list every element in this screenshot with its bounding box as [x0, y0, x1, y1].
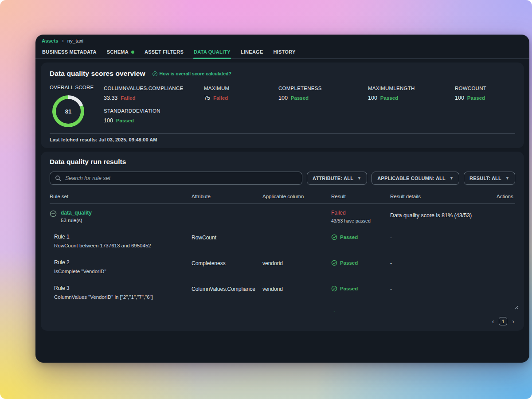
metric-name: ROWCOUNT: [455, 86, 515, 91]
overall-score-label: OVERALL SCORE: [50, 85, 92, 90]
overall-score-gauge: 81: [52, 95, 84, 127]
metric-status: Passed: [380, 95, 398, 101]
col-rule-set: Rule set: [50, 194, 192, 199]
metrics-grid: COLUMNVALUES.COMPLIANCE 33.33 Failed MAX…: [104, 85, 515, 127]
col-applicable-column: Applicable column: [262, 194, 331, 199]
metric-value: 33.33: [104, 95, 117, 101]
table-body: data_quality 53 rule(s) Failed 43/53 hav…: [50, 204, 515, 312]
desktop-gradient-background: Assets › ny_taxi BUSINESS METADATA SCHEM…: [0, 0, 532, 399]
filter-label: ATTRIBUTE: ALL: [313, 176, 353, 181]
rule-set-group-row: data_quality 53 rule(s) Failed 43/53 hav…: [50, 204, 515, 227]
metric-status: Failed: [121, 95, 135, 101]
chevron-down-icon: ▼: [357, 176, 361, 180]
next-page-button[interactable]: ›: [512, 318, 514, 325]
metric-status: Failed: [213, 95, 228, 101]
tab-label: ASSET FILTERS: [145, 49, 184, 55]
tab-item[interactable]: LINEAGE: [240, 48, 264, 59]
metric-value: 100: [368, 95, 377, 101]
tab-label: SCHEMA: [107, 49, 129, 55]
rule-result-details: -: [390, 234, 497, 241]
results-title: Data quality run results: [50, 158, 515, 166]
rule-name: Rule 1: [54, 234, 192, 240]
filter-dropdown[interactable]: RESULT: ALL ▼: [464, 172, 515, 185]
metric-item: MAXIMUMLENGTH 100 Passed: [368, 86, 455, 101]
rule-description: IsComplete "VendorID": [54, 268, 178, 275]
rule-result: Passed: [340, 260, 358, 266]
col-result: Result: [331, 194, 390, 199]
group-result-failed: Failed: [331, 210, 390, 216]
rule-result-details: -: [390, 285, 497, 292]
filter-dropdown[interactable]: APPLICABLE COLUMN: ALL ▼: [372, 172, 459, 185]
breadcrumb-assets-link[interactable]: Assets: [42, 38, 59, 43]
run-results-card: Data quality run results ATTRIBUTE: ALL …: [41, 152, 524, 331]
rule-count: 53 rule(s): [61, 218, 92, 223]
tab-item[interactable]: BUSINESS METADATA: [42, 48, 97, 59]
tab-label: BUSINESS METADATA: [42, 49, 97, 55]
metric-item: ROWCOUNT 100 Passed: [455, 86, 515, 101]
collapse-icon[interactable]: [50, 210, 57, 217]
metric-value: 75: [204, 95, 210, 101]
group-result-details: Data quality score is 81% (43/53): [390, 210, 497, 219]
metric-name: COMPLETENESS: [278, 86, 368, 91]
check-circle-icon: [331, 260, 337, 266]
metric-name: MAXIMUM: [204, 86, 278, 91]
check-circle-icon: [331, 234, 337, 240]
rule-name: Rule 2: [54, 259, 192, 266]
tab-label: HISTORY: [273, 49, 295, 55]
info-icon: ?: [153, 71, 157, 76]
tab-item[interactable]: ASSET FILTERS: [144, 48, 184, 59]
check-circle-icon: [331, 286, 337, 292]
chevron-down-icon: ▼: [505, 176, 509, 180]
rule-description: ColumnValues "VendorID" in ["2","1","7",…: [54, 293, 178, 301]
col-result-details: Result details: [390, 194, 497, 199]
metric-value: 100: [104, 117, 113, 124]
current-page-button[interactable]: 1: [499, 317, 507, 325]
metric-name: STANDARDDEVIATION: [104, 108, 204, 113]
metric-name: COLUMNVALUES.COMPLIANCE: [104, 86, 204, 91]
rule-result: Passed: [340, 235, 358, 240]
rule-set-link[interactable]: data_quality: [61, 210, 92, 216]
rule-name: Rule 3: [54, 285, 192, 291]
metric-name: MAXIMUMLENGTH: [368, 86, 455, 91]
resize-handle-icon[interactable]: [514, 305, 519, 309]
rule-applicable-column: vendorid: [262, 285, 331, 292]
search-icon: [55, 175, 61, 181]
tab-item[interactable]: HISTORY: [273, 48, 296, 59]
filter-label: APPLICABLE COLUMN: ALL: [377, 176, 446, 181]
table-footer: ‹ 1 ›: [50, 312, 515, 326]
rule-result-details: -: [390, 259, 497, 266]
filter-label: RESULT: ALL: [469, 176, 501, 181]
filter-dropdown[interactable]: ATTRIBUTE: ALL ▼: [307, 172, 367, 185]
metric-item: COLUMNVALUES.COMPLIANCE 33.33 Failed: [104, 86, 204, 101]
metric-status: Passed: [467, 95, 485, 101]
table-row: Rule 1 RowCount between 1737613 and 6950…: [50, 229, 515, 253]
col-actions: Actions: [497, 194, 525, 199]
app-window: Assets › ny_taxi BUSINESS METADATA SCHEM…: [35, 35, 529, 363]
tab-item[interactable]: DATA QUALITY: [193, 48, 231, 59]
pagination: ‹ 1 ›: [50, 313, 515, 326]
tab-label: LINEAGE: [241, 49, 263, 55]
tab-label: DATA QUALITY: [194, 49, 231, 55]
overall-score-value: 81: [56, 99, 81, 124]
group-result-sub: 43/53 have passed: [331, 218, 390, 223]
metric-status: Passed: [116, 118, 134, 123]
metric-status: Passed: [291, 95, 309, 101]
breadcrumb: Assets › ny_taxi: [35, 35, 529, 45]
metric-item: STANDARDDEVIATION 100 Passed: [104, 108, 204, 124]
metric-item: COMPLETENESS 100 Passed: [278, 86, 368, 101]
tab-item[interactable]: SCHEMA: [106, 48, 135, 59]
overview-title: Data quality scores overview: [50, 70, 145, 78]
info-link-label: How is overall score calculated?: [160, 71, 231, 76]
how-score-calculated-link[interactable]: ? How is overall score calculated?: [153, 71, 231, 76]
rule-applicable-column: vendorid: [262, 259, 331, 266]
table-row: Rule 3 ColumnValues "VendorID" in ["2","…: [50, 281, 515, 305]
last-fetched-text: Last fetched results: Jul 03, 2025, 09:4…: [50, 134, 515, 144]
green-dot-icon: [131, 51, 134, 54]
rule-set-search[interactable]: [50, 172, 302, 185]
search-input[interactable]: [65, 175, 297, 181]
table-row: Rule 4 ColumnValues "VendorID" in ["2","…: [50, 306, 515, 312]
breadcrumb-chevron-icon: ›: [62, 38, 64, 44]
metric-item: MAXIMUM 75 Failed: [204, 86, 278, 101]
previous-page-button[interactable]: ‹: [492, 318, 494, 325]
rule-result: Passed: [340, 286, 358, 291]
